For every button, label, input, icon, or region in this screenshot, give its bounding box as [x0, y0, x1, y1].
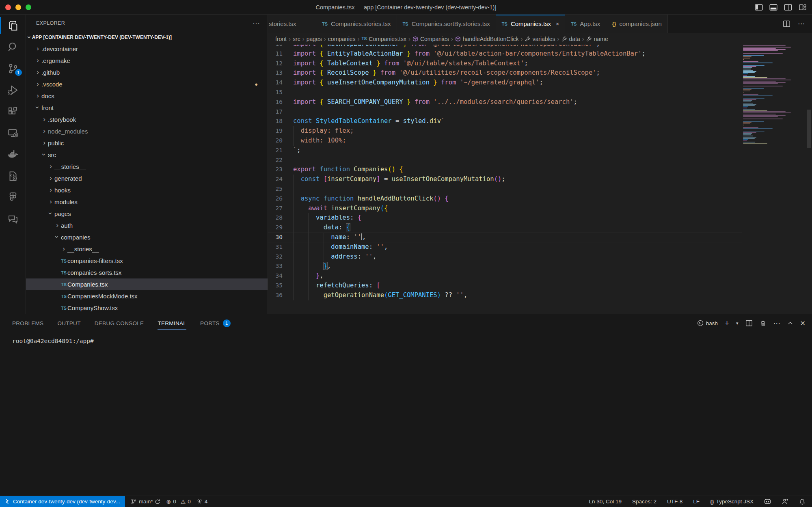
zoom-window-button[interactable] [26, 4, 31, 10]
code-line-24[interactable]: 24 const [insertCompany] = useInsertOneC… [268, 175, 742, 184]
tree-folder-src[interactable]: ›src [26, 149, 268, 161]
close-tab-icon[interactable]: × [556, 21, 559, 27]
code-line-18[interactable]: 18const StyledTableContainer = styled.di… [268, 117, 742, 126]
code-line-32[interactable]: 32 address: '', [268, 252, 742, 262]
tree-file-companyshow-tsx[interactable]: TSCompanyShow.tsx [26, 302, 268, 314]
code-line-22[interactable]: 22 [268, 155, 742, 165]
feedback-icon[interactable] [782, 498, 788, 505]
activity-bar-search[interactable] [0, 36, 26, 58]
panel-tab-problems[interactable]: PROBLEMS [12, 314, 43, 332]
code-editor[interactable]: 10import { WithTopBarContainer } from '@… [268, 45, 812, 302]
activity-bar-comments[interactable] [0, 208, 26, 230]
code-line-29[interactable]: 29 data: { [268, 223, 742, 233]
breadcrumb-item[interactable]: data [561, 36, 580, 42]
activity-bar-extensions[interactable] [0, 101, 26, 122]
eol-setting[interactable]: LF [693, 498, 700, 505]
tree-folder-modules[interactable]: ›modules [26, 196, 268, 208]
tree-folder--vscode[interactable]: ›.vscode● [26, 78, 268, 90]
breadcrumb-item[interactable]: name [586, 36, 608, 42]
activity-bar-dev-containers[interactable] [0, 165, 26, 187]
activity-bar-source-control[interactable]: 1 [0, 58, 26, 79]
tree-folder-node-modules[interactable]: ›node_modules [26, 125, 268, 137]
toggle-secondary-sidebar-icon[interactable] [784, 3, 793, 12]
code-line-17[interactable]: 17 [268, 107, 742, 117]
code-line-12[interactable]: 12import { TableContext } from '@/ui/tab… [268, 59, 742, 69]
code-line-21[interactable]: 21`; [268, 146, 742, 155]
activity-bar-explorer[interactable] [0, 15, 26, 36]
tree-file-companies-tsx[interactable]: TSCompanies.tsx [26, 278, 268, 290]
tree-folder-front[interactable]: ›front [26, 102, 268, 114]
tree-folder-companies[interactable]: ›companies [26, 231, 268, 243]
tab-stories-tsx[interactable]: stories.tsx [268, 15, 316, 33]
activity-bar-run-debug[interactable] [0, 79, 26, 101]
code-line-35[interactable]: 35 refetchQueries: [ [268, 281, 742, 291]
breadcrumb-item[interactable]: handleAddButtonClick [455, 36, 519, 42]
split-terminal-icon[interactable] [745, 319, 753, 327]
activity-bar-docker[interactable] [0, 144, 26, 165]
close-window-button[interactable] [5, 4, 11, 10]
code-line-19[interactable]: 19 display: flex; [268, 126, 742, 136]
panel-tab-output[interactable]: OUTPUT [57, 314, 80, 332]
tree-folder--stories-[interactable]: ›__stories__ [26, 161, 268, 173]
toggle-panel-icon[interactable] [769, 3, 778, 12]
breadcrumb-item[interactable]: Companies [412, 36, 449, 42]
panel-tab-terminal[interactable]: TERMINAL [158, 314, 186, 332]
panel-tab-debug-console[interactable]: DEBUG CONSOLE [95, 314, 144, 332]
code-line-14[interactable]: 14import { useInsertOneCompanyMutation }… [268, 78, 742, 88]
copilot-status-icon[interactable] [764, 498, 771, 505]
tree-folder-docs[interactable]: ›docs [26, 90, 268, 102]
code-line-15[interactable]: 15 [268, 88, 742, 97]
workspace-section-header[interactable]: › APP [CONTAINER DEV-TWENTY-DEV (DEV-TWE… [26, 32, 268, 43]
breadcrumb-item[interactable]: pages [307, 36, 322, 42]
breadcrumb-item[interactable]: front [275, 36, 287, 42]
split-editor-icon[interactable] [783, 20, 790, 28]
minimap[interactable] [743, 45, 795, 302]
terminal-shell-label[interactable]: bash [697, 320, 718, 326]
minimize-window-button[interactable] [15, 4, 21, 10]
breadcrumb-item[interactable]: src [293, 36, 300, 42]
editor-scrollbar[interactable] [806, 45, 812, 302]
code-line-16[interactable]: 16import { SEARCH_COMPANY_QUERY } from '… [268, 97, 742, 107]
code-line-20[interactable]: 20 width: 100%; [268, 136, 742, 146]
tree-folder-hooks[interactable]: ›hooks [26, 184, 268, 196]
new-terminal-icon[interactable]: + [725, 319, 729, 328]
tab-app-tsx[interactable]: TSApp.tsx [565, 15, 606, 33]
tree-folder--github[interactable]: ›.github [26, 67, 268, 78]
language-mode[interactable]: {} TypeScript JSX [710, 498, 754, 505]
indentation-setting[interactable]: Spaces: 2 [632, 498, 657, 505]
scrollbar-thumb[interactable] [807, 110, 811, 148]
tree-folder-generated[interactable]: ›generated [26, 173, 268, 184]
code-line-34[interactable]: 34 }, [268, 271, 742, 281]
git-branch-status[interactable]: main* [131, 498, 161, 505]
activity-bar-remote-explorer[interactable] [0, 122, 26, 144]
terminal-output[interactable]: root@0a42ecd84891:/app# [0, 332, 812, 344]
toggle-sidebar-icon[interactable] [754, 3, 763, 12]
encoding-setting[interactable]: UTF-8 [667, 498, 682, 505]
tree-folder--stories-[interactable]: ›__stories__ [26, 243, 268, 255]
code-line-13[interactable]: 13import { RecoilScope } from '@/ui/util… [268, 68, 742, 78]
tree-folder--devcontainer[interactable]: ›.devcontainer [26, 43, 268, 55]
tab-companies-sortby-stories-tsx[interactable]: TSCompanies.sortBy.stories.tsx [397, 15, 496, 33]
cursor-position[interactable]: Ln 30, Col 19 [589, 498, 622, 505]
tree-folder-auth[interactable]: ›auth [26, 220, 268, 231]
code-line-26[interactable]: 26 async function handleAddButtonClick()… [268, 194, 742, 204]
more-actions-icon[interactable]: ⋯ [798, 19, 805, 28]
tab-companies-stories-tsx[interactable]: TSCompanies.stories.tsx [316, 15, 397, 33]
kill-terminal-icon[interactable] [760, 320, 767, 327]
ports-status[interactable]: 4 [197, 498, 208, 505]
tree-file-companies-filters-tsx[interactable]: TScompanies-filters.tsx [26, 255, 268, 267]
close-panel-icon[interactable]: ✕ [800, 319, 806, 327]
code-line-11[interactable]: 11import { EntityTableActionBar } from '… [268, 49, 742, 59]
activity-bar-figma[interactable] [0, 187, 26, 208]
panel-tab-ports[interactable]: PORTS1 [200, 314, 231, 332]
customize-layout-icon[interactable] [798, 3, 807, 12]
tree-folder-pages[interactable]: ›pages [26, 208, 268, 220]
maximize-panel-icon[interactable] [787, 320, 793, 326]
notifications-bell-icon[interactable] [799, 498, 806, 505]
panel-more-icon[interactable]: ⋯ [773, 319, 780, 328]
tree-folder--ergomake[interactable]: ›.ergomake [26, 55, 268, 67]
tree-folder--storybook[interactable]: ›.storybook [26, 114, 268, 125]
terminal-dropdown-icon[interactable]: ▾ [736, 321, 739, 326]
tab-companies-tsx[interactable]: TSCompanies.tsx× [496, 15, 565, 33]
code-line-28[interactable]: 28 variables: { [268, 213, 742, 223]
